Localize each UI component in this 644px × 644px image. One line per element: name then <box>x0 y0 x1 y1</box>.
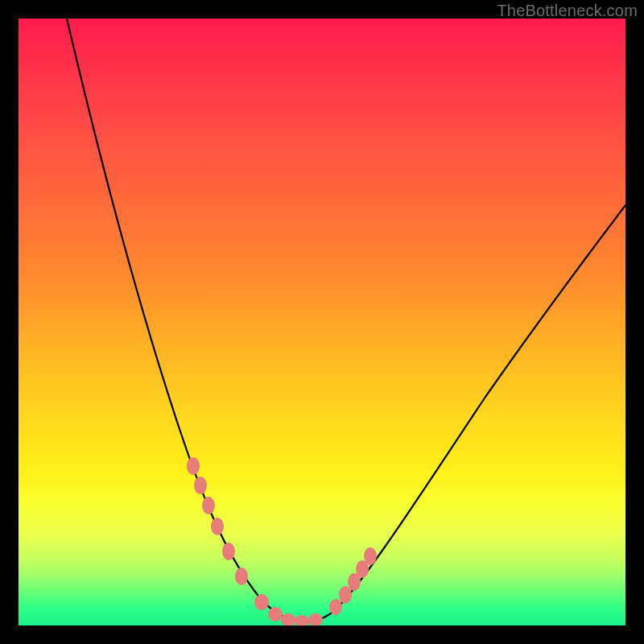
watermark-text: TheBottleneck.com <box>497 2 638 20</box>
marker-dot <box>339 586 352 604</box>
marker-dot <box>187 457 200 475</box>
bottleneck-curve-svg <box>19 19 625 625</box>
marker-dot <box>194 477 207 494</box>
marker-dot <box>268 607 283 621</box>
marker-dot <box>254 594 269 610</box>
marker-dot <box>329 599 342 615</box>
marker-dot <box>202 497 215 514</box>
plot-area <box>19 19 625 625</box>
bottleneck-curve <box>67 19 625 622</box>
marker-dot <box>364 547 377 565</box>
marker-dot <box>235 568 248 585</box>
chart-frame: TheBottleneck.com <box>0 0 644 644</box>
marker-dot <box>222 543 235 560</box>
marker-dot <box>295 615 309 625</box>
marker-dot <box>281 613 295 625</box>
marker-dot <box>211 518 224 535</box>
curve-markers <box>187 457 377 625</box>
marker-dot <box>308 613 323 625</box>
